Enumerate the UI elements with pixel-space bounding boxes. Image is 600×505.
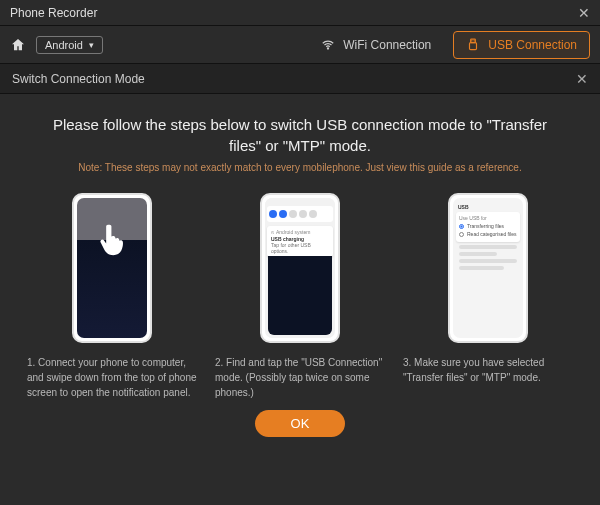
wifi-label: WiFi Connection xyxy=(343,38,431,52)
section-close-icon[interactable]: ✕ xyxy=(576,71,588,87)
option-read-files: Read categorised files xyxy=(459,231,517,237)
usb-icon xyxy=(466,38,480,52)
platform-select[interactable]: Android ▾ xyxy=(36,36,103,54)
step-2-text: 2. Find and tap the "USB Connection" mod… xyxy=(215,355,385,400)
option-transfer-files: Transferring files xyxy=(459,223,517,229)
toolbar: Android ▾ WiFi Connection USB Connection xyxy=(0,26,600,64)
radio-icon xyxy=(459,232,464,237)
wifi-icon xyxy=(321,38,335,52)
usb-options-card: Use USB for Transferring files Read cate… xyxy=(456,212,520,242)
modal-title: Please follow the steps below to switch … xyxy=(40,114,560,156)
chevron-down-icon: ▾ xyxy=(89,40,94,50)
step-1-phone xyxy=(72,193,152,343)
swipe-hand-icon xyxy=(98,222,126,258)
section-header: Switch Connection Mode ✕ xyxy=(0,64,600,94)
settings-heading: USB xyxy=(458,204,520,210)
svg-point-0 xyxy=(328,47,329,48)
window-close-icon[interactable]: ✕ xyxy=(578,5,590,21)
home-icon[interactable] xyxy=(10,37,26,53)
step-2-phone: ⎋Android system USB charging Tap for oth… xyxy=(260,193,340,343)
step-3-phone: USB Use USB for Transferring files Read … xyxy=(448,193,528,343)
modal-note: Note: These steps may not exactly match … xyxy=(22,162,578,173)
step-2: ⎋Android system USB charging Tap for oth… xyxy=(215,193,385,400)
usb-label: USB Connection xyxy=(488,38,577,52)
usb-notification: ⎋Android system USB charging Tap for oth… xyxy=(267,226,333,257)
radio-selected-icon xyxy=(459,224,464,229)
platform-label: Android xyxy=(45,39,83,51)
options-group-label: Use USB for xyxy=(459,215,517,221)
svg-rect-2 xyxy=(470,42,477,49)
notif-source: ⎋Android system xyxy=(271,229,329,235)
notif-subtitle: Tap for other USB options. xyxy=(271,242,329,254)
app-title: Phone Recorder xyxy=(10,6,97,20)
wifi-connection-button[interactable]: WiFi Connection xyxy=(309,32,443,58)
quick-settings-row xyxy=(267,206,333,222)
section-title: Switch Connection Mode xyxy=(12,72,145,86)
steps-row: 1. Connect your phone to computer, and s… xyxy=(22,193,578,400)
step-1-text: 1. Connect your phone to computer, and s… xyxy=(27,355,197,400)
usb-connection-button[interactable]: USB Connection xyxy=(453,31,590,59)
titlebar: Phone Recorder ✕ xyxy=(0,0,600,26)
step-1: 1. Connect your phone to computer, and s… xyxy=(27,193,197,400)
ok-button[interactable]: OK xyxy=(255,410,346,437)
step-3-text: 3. Make sure you have selected "Transfer… xyxy=(403,355,573,385)
modal: Please follow the steps below to switch … xyxy=(0,94,600,505)
step-3: USB Use USB for Transferring files Read … xyxy=(403,193,573,400)
